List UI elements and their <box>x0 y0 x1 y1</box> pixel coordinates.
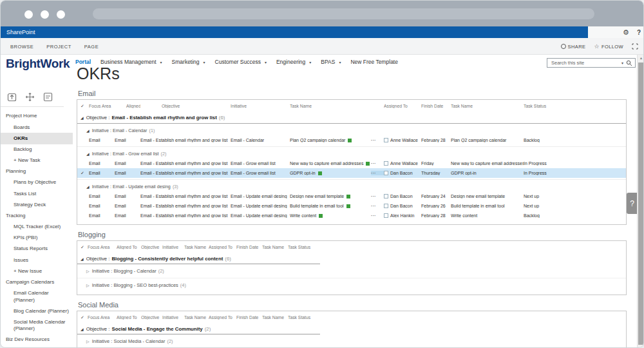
column-header[interactable]: Aligned To <box>115 104 140 108</box>
sidebar-item-plans-by-objective[interactable]: Plans by Objective <box>1 177 73 188</box>
column-header[interactable]: Aligned To <box>117 245 141 249</box>
sidebar-item-project-home[interactable]: Project Home <box>1 111 73 122</box>
nav-engineering[interactable]: Engineering▾ <box>276 59 311 65</box>
column-header[interactable]: Finish Date <box>236 315 262 320</box>
sidebar-item-okrs[interactable]: OKRs <box>1 133 73 144</box>
initiative-group-header[interactable]: ◢Initiative : Email - Calendar(1) <box>77 126 626 135</box>
column-header[interactable]: Task Status <box>288 315 626 320</box>
initiative-group-header[interactable]: ▷Initiative : Social Media - Calendar(2) <box>77 334 626 348</box>
window-button-2[interactable] <box>41 10 49 19</box>
sidebar-item-backlog[interactable]: Backlog <box>1 144 73 155</box>
column-header[interactable]: Task Name <box>290 104 371 108</box>
sidebar-item-planning[interactable]: Planning <box>1 166 73 177</box>
column-header[interactable]: Objective <box>140 104 231 108</box>
row-menu-ellipsis[interactable]: ··· <box>371 171 384 175</box>
column-header[interactable]: Task Status <box>524 104 626 108</box>
search-scope-caret-icon[interactable]: ▾ <box>621 61 623 65</box>
sidebar-item-boards[interactable]: Boards <box>1 122 73 133</box>
row-menu-ellipsis[interactable]: ··· <box>371 161 384 166</box>
scrollbar-thumb[interactable] <box>638 63 644 345</box>
sidebar-item-blog-calendar-planner[interactable]: Blog Calendar (Planner) <box>1 305 73 316</box>
sidebar-item-sales-enablement-docs[interactable]: Sales Enablement Docs <box>1 345 73 348</box>
search-input[interactable] <box>550 59 619 66</box>
page-scrollbar[interactable]: ▲ <box>637 55 644 348</box>
sidebar-item-kpis-pbi[interactable]: KPIs (PBI) <box>1 233 73 244</box>
sidebar-item-mql-tracker-excel[interactable]: MQL Tracker (Excel) <box>1 222 73 233</box>
column-header[interactable]: Focus Area <box>89 104 115 108</box>
row-menu-ellipsis[interactable]: ··· <box>371 213 384 218</box>
help-icon[interactable]: ? <box>637 29 641 36</box>
ribbon-tab-browse[interactable]: BROWSE <box>10 44 33 50</box>
select-all-check[interactable]: ✓ <box>77 315 88 320</box>
window-button-1[interactable] <box>24 10 33 19</box>
brightwork-logo[interactable]: BrightWork <box>6 57 70 71</box>
row-menu-ellipsis[interactable]: ··· <box>371 204 384 208</box>
column-header[interactable]: Assigned To <box>209 315 236 320</box>
sidebar-item-email-calendar-planner[interactable]: Email Calendar (Planner) <box>1 288 73 306</box>
initiative-group-header[interactable]: ▷Initiative : Blogging - SEO best-practi… <box>77 278 626 292</box>
sidebar-item-status-reports[interactable]: Status Reports <box>1 244 73 255</box>
focus-mode-button[interactable] <box>632 43 638 50</box>
column-header[interactable]: Task Name <box>451 104 524 108</box>
nav-smarketing[interactable]: Smarketing▾ <box>172 59 205 65</box>
sidebar-item-tracking[interactable]: Tracking <box>1 211 73 222</box>
nav-new-free-template[interactable]: New Free Template <box>350 59 398 65</box>
objective-group-header[interactable]: ◢Objective :Email - Establish email rhyt… <box>77 112 626 124</box>
nav-bpas[interactable]: BPAS▾ <box>321 59 341 65</box>
task-row[interactable]: ✓EmailEmailEmail - Establish email rhyth… <box>77 168 626 178</box>
chevron-down-icon[interactable]: ▾ <box>160 60 162 64</box>
column-header[interactable]: Task Name <box>262 315 288 320</box>
window-button-3[interactable] <box>57 10 65 19</box>
column-header[interactable]: Task Name <box>184 245 209 249</box>
chevron-down-icon[interactable]: ▾ <box>339 60 341 64</box>
row-menu-ellipsis[interactable]: ··· <box>371 138 384 142</box>
sidebar-item-new-task[interactable]: + New Task <box>1 155 73 166</box>
column-header[interactable]: Initiative <box>231 104 290 108</box>
promote-icon[interactable] <box>7 92 17 102</box>
initiative-group-header[interactable]: ◢Initiative : Email - Grow email list(2) <box>77 149 626 159</box>
chevron-down-icon[interactable]: ▾ <box>309 60 311 64</box>
sidebar-item-biz-dev-resources[interactable]: Biz Dev Resources <box>1 334 73 345</box>
objective-group-header[interactable]: ◢Objective :Social Media - Engage the Co… <box>77 324 626 334</box>
task-row[interactable]: EmailEmailEmail - Establish email rhythm… <box>77 159 626 168</box>
objective-group-header[interactable]: ◢Objective :Blogging - Consistently deli… <box>77 253 626 264</box>
column-header[interactable]: Focus Area <box>88 315 117 320</box>
ribbon-tab-page[interactable]: PAGE <box>84 44 99 50</box>
sidebar-item-strategy-deck[interactable]: Strategy Deck <box>1 199 73 210</box>
move-icon[interactable] <box>25 92 35 102</box>
column-header[interactable]: Initiative <box>162 245 184 249</box>
help-flyout-button[interactable]: ? <box>627 193 638 214</box>
column-header[interactable]: Finish Date <box>236 245 262 249</box>
column-header[interactable]: Assigned To <box>209 245 236 249</box>
select-all-check[interactable]: ✓ <box>77 104 89 109</box>
share-button[interactable]: SHARE <box>561 44 586 50</box>
row-select-check[interactable]: ✓ <box>77 171 89 176</box>
search-icon[interactable] <box>626 60 632 66</box>
column-header[interactable]: Initiative <box>162 315 184 320</box>
column-header[interactable]: Task Status <box>288 245 626 249</box>
task-row[interactable]: EmailEmailEmail - Establish email rhythm… <box>77 211 626 220</box>
sidebar-item-campaign-calendars[interactable]: Campaign Calendars <box>1 277 73 288</box>
ribbon-tab-project[interactable]: PROJECT <box>46 44 71 50</box>
follow-button[interactable]: ☆ FOLLOW <box>594 43 623 50</box>
column-header[interactable]: Objective <box>141 245 162 249</box>
column-header[interactable]: Finish Date <box>421 104 451 108</box>
chevron-down-icon[interactable]: ▾ <box>204 60 205 64</box>
nav-customer-success[interactable]: Customer Success▾ <box>215 59 267 65</box>
sidebar-item-issues[interactable]: Issues <box>1 255 73 266</box>
chevron-down-icon[interactable]: ▾ <box>265 60 267 64</box>
column-header[interactable]: Aligned To <box>117 315 141 320</box>
column-header[interactable]: Focus Area <box>88 245 117 249</box>
select-all-check[interactable]: ✓ <box>77 245 88 250</box>
scroll-up-arrow-icon[interactable]: ▲ <box>638 56 644 60</box>
sidebar-item-new-issue[interactable]: + New Issue <box>1 266 73 276</box>
column-header[interactable]: Task Name <box>184 315 209 320</box>
gear-icon[interactable]: ⚙ <box>623 28 629 37</box>
column-header[interactable]: Assigned To <box>384 104 421 108</box>
task-row[interactable]: EmailEmailEmail - Establish email rhythm… <box>77 135 626 145</box>
sidebar-item-social-media-calendar-planner[interactable]: Social Media Calendar (Planner) <box>1 316 73 334</box>
task-row[interactable]: EmailEmailEmail - Establish email rhythm… <box>77 191 626 201</box>
list-icon[interactable] <box>43 92 53 102</box>
sidebar-item-tasks-list[interactable]: Tasks List <box>1 188 73 199</box>
task-row[interactable]: EmailEmailEmail - Establish email rhythm… <box>77 201 626 211</box>
